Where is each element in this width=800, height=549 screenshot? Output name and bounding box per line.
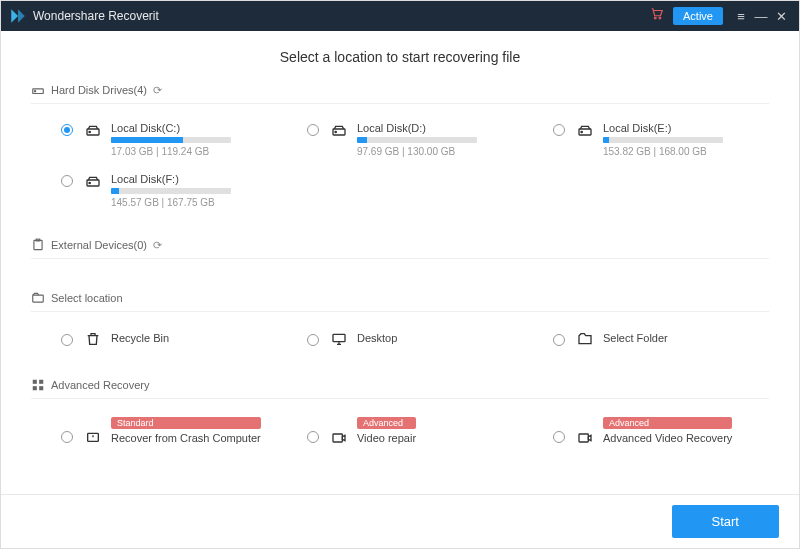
svg-point-5 [89, 131, 90, 132]
advanced-name: Advanced Video Recovery [603, 432, 732, 444]
disk-info: Local Disk(E:)153.82 GB | 168.00 GB [603, 122, 765, 157]
location-icon [31, 291, 45, 305]
radio-button[interactable] [307, 334, 319, 346]
footer: Start [1, 494, 799, 548]
section-hard-disk-drives: Hard Disk Drives(4) ⟳ Local Disk(C:)17.0… [31, 83, 769, 226]
disk-icon [329, 122, 349, 140]
usage-bar [111, 188, 231, 194]
active-button[interactable]: Active [673, 7, 723, 25]
section-label: Select location [51, 292, 123, 304]
svg-rect-17 [39, 380, 43, 384]
refresh-icon[interactable]: ⟳ [153, 239, 162, 252]
tier-badge: Standard [111, 417, 261, 429]
radio-button[interactable] [307, 124, 319, 136]
start-button[interactable]: Start [672, 505, 779, 538]
location-name: Select Folder [603, 332, 668, 344]
advanced-name: Video repair [357, 432, 416, 444]
page-heading: Select a location to start recovering fi… [31, 49, 769, 65]
menu-icon[interactable]: ≡ [731, 9, 751, 24]
section-label: Advanced Recovery [51, 379, 149, 391]
section-header: External Devices(0) ⟳ [31, 238, 769, 259]
disk-icon [83, 173, 103, 191]
radio-button[interactable] [61, 175, 73, 187]
tier-badge: Advanced [603, 417, 732, 429]
location-item[interactable]: Desktop [277, 322, 523, 356]
close-icon[interactable]: ✕ [771, 9, 791, 24]
svg-rect-22 [579, 434, 588, 442]
advanced-item[interactable]: AdvancedAdvanced Video Recovery [523, 409, 769, 455]
svg-point-11 [89, 182, 90, 183]
radio-button[interactable] [553, 431, 565, 443]
disk-item[interactable]: Local Disk(F:)145.57 GB | 167.75 GB [31, 165, 277, 216]
section-external-devices: External Devices(0) ⟳ [31, 238, 769, 279]
usage-bar [357, 137, 477, 143]
disk-size: 153.82 GB | 168.00 GB [603, 146, 765, 157]
disk-name: Local Disk(D:) [357, 122, 519, 134]
location-name: Recycle Bin [111, 332, 169, 344]
svg-rect-12 [34, 240, 42, 249]
svg-rect-15 [333, 334, 345, 341]
radio-button[interactable] [61, 334, 73, 346]
disk-name: Local Disk(C:) [111, 122, 273, 134]
usage-bar [111, 137, 231, 143]
location-item[interactable]: Recycle Bin [31, 322, 277, 356]
advanced-item-icon [83, 429, 103, 447]
advanced-icon [31, 378, 45, 392]
disk-item[interactable]: Local Disk(D:)97.69 GB | 130.00 GB [277, 114, 523, 165]
hdd-icon [31, 83, 45, 97]
content-area: Select a location to start recovering fi… [1, 31, 799, 494]
disk-icon [575, 122, 595, 140]
disk-name: Local Disk(F:) [111, 173, 273, 185]
radio-button[interactable] [553, 334, 565, 346]
titlebar: Wondershare Recoverit Active ≡ — ✕ [1, 1, 799, 31]
disk-size: 97.69 GB | 130.00 GB [357, 146, 519, 157]
svg-point-0 [654, 17, 656, 19]
section-advanced-recovery: Advanced Recovery StandardRecover from C… [31, 378, 769, 465]
disk-info: Local Disk(D:)97.69 GB | 130.00 GB [357, 122, 519, 157]
advanced-info: AdvancedVideo repair [357, 417, 416, 447]
disk-icon [83, 122, 103, 140]
disk-info: Local Disk(F:)145.57 GB | 167.75 GB [111, 173, 273, 208]
app-window: Wondershare Recoverit Active ≡ — ✕ Selec… [0, 0, 800, 549]
advanced-item[interactable]: StandardRecover from Crash Computer [31, 409, 277, 455]
advanced-item-icon [575, 429, 595, 447]
disk-item[interactable]: Local Disk(E:)153.82 GB | 168.00 GB [523, 114, 769, 165]
location-name: Desktop [357, 332, 397, 344]
svg-point-7 [335, 131, 336, 132]
advanced-item[interactable]: AdvancedVideo repair [277, 409, 523, 455]
advanced-name: Recover from Crash Computer [111, 432, 261, 444]
section-select-location: Select location Recycle BinDesktopSelect… [31, 291, 769, 366]
svg-rect-16 [33, 380, 37, 384]
disk-item[interactable]: Local Disk(C:)17.03 GB | 119.24 GB [31, 114, 277, 165]
app-logo-icon [9, 7, 27, 25]
disk-size: 17.03 GB | 119.24 GB [111, 146, 273, 157]
advanced-info: StandardRecover from Crash Computer [111, 417, 261, 447]
external-icon [31, 238, 45, 252]
svg-rect-21 [333, 434, 342, 442]
app-title: Wondershare Recoverit [33, 9, 649, 23]
location-item-icon [83, 330, 103, 348]
radio-button[interactable] [553, 124, 565, 136]
section-label: External Devices(0) [51, 239, 147, 251]
svg-point-3 [35, 91, 36, 92]
radio-button[interactable] [61, 124, 73, 136]
advanced-item-icon [329, 429, 349, 447]
svg-rect-18 [33, 386, 37, 390]
svg-point-9 [581, 131, 582, 132]
cart-icon[interactable] [649, 7, 665, 25]
usage-bar [603, 137, 723, 143]
section-header: Select location [31, 291, 769, 312]
tier-badge: Advanced [357, 417, 416, 429]
location-item[interactable]: Select Folder [523, 322, 769, 356]
svg-rect-20 [88, 433, 99, 441]
section-label: Hard Disk Drives(4) [51, 84, 147, 96]
location-item-icon [575, 330, 595, 348]
minimize-icon[interactable]: — [751, 9, 771, 24]
disk-size: 145.57 GB | 167.75 GB [111, 197, 273, 208]
section-header: Hard Disk Drives(4) ⟳ [31, 83, 769, 104]
section-header: Advanced Recovery [31, 378, 769, 399]
refresh-icon[interactable]: ⟳ [153, 84, 162, 97]
radio-button[interactable] [307, 431, 319, 443]
radio-button[interactable] [61, 431, 73, 443]
location-item-icon [329, 330, 349, 348]
